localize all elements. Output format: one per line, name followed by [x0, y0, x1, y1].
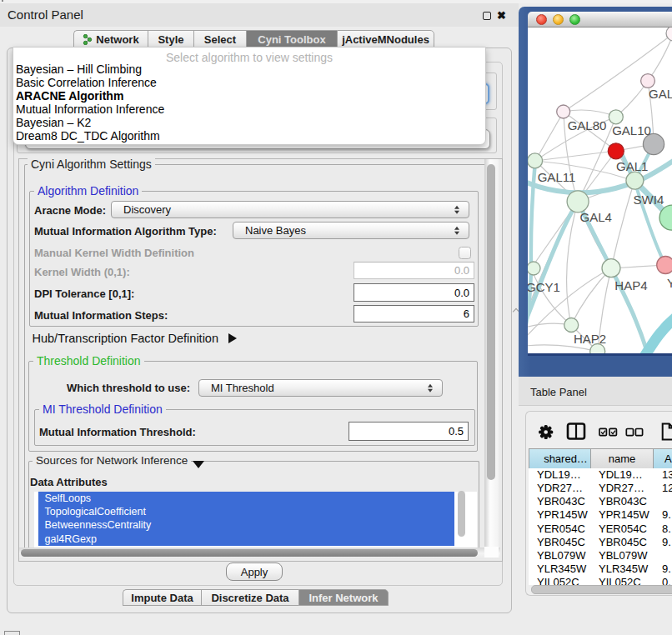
svg-text:GAL5: GAL5 — [649, 87, 672, 101]
svg-text:GCY1: GCY1 — [528, 280, 560, 294]
svg-text:GAL10: GAL10 — [612, 123, 651, 138]
svg-text:SWI4: SWI4 — [634, 192, 664, 207]
svg-text:GAL4: GAL4 — [580, 210, 612, 224]
svg-text:YJL: YJL — [667, 276, 672, 290]
svg-text:HAP2: HAP2 — [574, 332, 606, 346]
svg-text:GAL11: GAL11 — [538, 170, 576, 184]
svg-text:GAL1: GAL1 — [616, 159, 648, 173]
svg-text:GAL80: GAL80 — [568, 118, 607, 132]
svg-text:HAP4: HAP4 — [614, 278, 647, 292]
